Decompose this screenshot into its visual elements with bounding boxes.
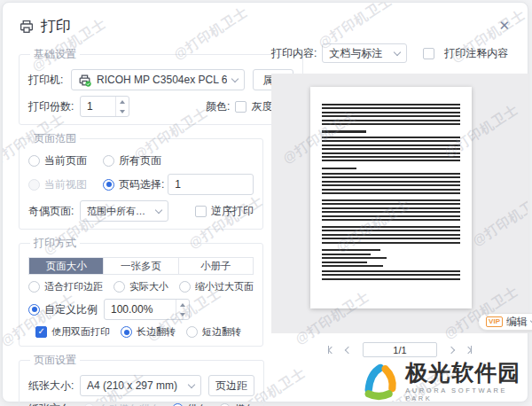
current-view-radio[interactable] (28, 179, 40, 191)
paper-size-select[interactable]: A4 (210 x 297 mm) (80, 375, 201, 396)
custom-scale-label: 自定义比例 (44, 302, 98, 317)
flip-short-edge-label: 短边翻转 (202, 325, 241, 339)
odd-even-select[interactable]: 范围中所有页面 (80, 200, 168, 222)
edit-button-label: 编辑 (506, 315, 528, 330)
current-view-label: 当前视图 (44, 177, 87, 192)
text-paragraph (322, 104, 460, 127)
custom-scale-radio[interactable] (28, 304, 40, 316)
grayscale-checkbox[interactable] (235, 101, 246, 113)
printer-select-value: RICOH MP C3504ex PCL 6 (97, 74, 227, 86)
close-icon[interactable]: ✕ (498, 19, 510, 32)
page-setup-legend: 页面设置 (30, 353, 80, 368)
chevron-down-icon (155, 206, 162, 213)
basic-settings-legend: 基础设置 (30, 47, 80, 62)
text-line (322, 265, 383, 267)
orientation-label: 纸张方向: (28, 402, 83, 406)
printer-icon (19, 19, 35, 35)
print-content-select[interactable]: 文档与标注 (322, 43, 407, 63)
duplex-checkbox[interactable] (35, 326, 47, 338)
chevron-down-icon (394, 48, 401, 55)
copies-increase-button[interactable] (116, 97, 129, 106)
page-title: 打印 (41, 16, 71, 36)
print-annotation-checkbox[interactable] (423, 48, 434, 59)
text-line (322, 249, 380, 251)
paper-size-select-value: A4 (210 x 297 mm) (87, 379, 184, 392)
current-page-radio[interactable] (28, 155, 40, 167)
text-paragraph (322, 270, 460, 282)
flip-long-edge-label: 长边翻转 (137, 325, 176, 339)
page-select-radio[interactable] (103, 179, 114, 191)
duplex-label: 使用双面打印 (51, 325, 110, 339)
print-content-label: 打印内容: (271, 46, 317, 61)
reverse-print-label: 逆序打印 (211, 204, 254, 219)
last-page-button[interactable] (466, 346, 472, 354)
next-page-button[interactable] (449, 347, 454, 353)
text-line (322, 257, 387, 259)
copies-label: 打印份数: (28, 99, 80, 114)
landscape-label: 横向 (235, 402, 254, 406)
print-annotation-label: 打印注释内容 (444, 46, 508, 61)
aurora-logo: 极光软件园 AURORA SOFTWARE PARK (360, 360, 528, 402)
print-content-select-value: 文档与标注 (329, 46, 389, 61)
tab-multiple-per-sheet[interactable]: 一张多页 (103, 258, 177, 274)
text-paragraph (322, 199, 460, 223)
chevron-down-icon (188, 380, 195, 387)
color-label: 颜色: (206, 99, 230, 114)
text-heading (322, 168, 356, 170)
actual-size-label: 实际大小 (129, 280, 168, 293)
text-line (322, 262, 367, 263)
printer-select[interactable]: RICOH MP C3504ex PCL 6 (71, 69, 245, 90)
copies-decrease-button[interactable] (116, 106, 129, 116)
portrait-label: 纵向 (188, 402, 207, 406)
tab-booklet[interactable]: 小册子 (178, 258, 253, 274)
fit-margin-radio[interactable] (28, 281, 40, 293)
flip-long-edge-radio[interactable] (121, 326, 132, 338)
print-mode-section: 打印方式 页面大小 一张多页 小册子 适合打印边距 实际大小 缩小过大页面 自定… (19, 236, 263, 347)
all-pages-radio[interactable] (103, 155, 114, 167)
aurora-logo-icon (360, 360, 399, 402)
reverse-print-checkbox[interactable] (195, 206, 207, 217)
prev-page-button[interactable] (346, 347, 351, 353)
print-mode-legend: 打印方式 (30, 236, 80, 251)
tab-page-size[interactable]: 页面大小 (29, 258, 103, 274)
document-page-preview (310, 87, 472, 308)
fit-margin-label: 适合打印边距 (44, 280, 103, 293)
scale-increase-button[interactable] (176, 300, 189, 309)
page-select-label: 页码选择: (119, 177, 164, 192)
preview-area: VIP 编辑 (271, 74, 528, 333)
actual-size-radio[interactable] (113, 281, 125, 293)
page-setup-section: 页面设置 纸张大小: A4 (210 x 297 mm) 页边距 纸张方向: 自… (19, 353, 264, 406)
shrink-oversize-label: 缩小过大页面 (195, 280, 254, 293)
printer-label: 打印机: (28, 73, 71, 88)
page-range-section: 页面范围 当前页面 所有页面 当前视图 页码选择: 奇偶页面: 范围中所有页面 (19, 131, 263, 230)
vip-edit-button[interactable]: VIP 编辑 (478, 313, 532, 331)
text-line (322, 254, 371, 255)
shrink-oversize-radio[interactable] (179, 281, 191, 293)
printer-ready-icon (78, 74, 91, 87)
print-mode-tabs: 页面大小 一张多页 小册子 (28, 257, 254, 275)
scale-decrease-button[interactable] (176, 309, 189, 319)
page-numbers-input[interactable] (168, 174, 254, 195)
text-paragraph (322, 137, 460, 164)
text-paragraph (322, 173, 460, 196)
text-heading (322, 130, 366, 133)
vip-badge: VIP (486, 316, 503, 327)
odd-even-select-value: 范围中所有页面 (87, 205, 151, 218)
auto-orientation-label: 自动横向/纵向 (99, 402, 160, 406)
paper-size-label: 纸张大小: (28, 379, 80, 394)
all-pages-label: 所有页面 (119, 153, 161, 168)
first-page-button[interactable] (328, 346, 334, 354)
page-indicator-input[interactable]: 1/1 (363, 342, 437, 357)
margins-button[interactable]: 页边距 (208, 375, 254, 396)
current-page-label: 当前页面 (44, 153, 87, 168)
flip-short-edge-radio[interactable] (186, 326, 198, 338)
logo-subtitle: AURORA SOFTWARE PARK (405, 386, 528, 402)
odd-even-label: 奇偶页面: (28, 204, 80, 219)
text-paragraph (322, 226, 460, 246)
print-dialog: 打印 ✕ 基础设置 打印机: RICOH MP C3504ex PCL 6 (2, 2, 528, 402)
logo-name: 极光软件园 (405, 360, 528, 386)
chevron-down-icon (231, 74, 239, 82)
basic-settings-section: 基础设置 打印机: RICOH MP C3504ex PCL 6 属性 (19, 47, 303, 125)
page-range-legend: 页面范围 (30, 131, 80, 146)
